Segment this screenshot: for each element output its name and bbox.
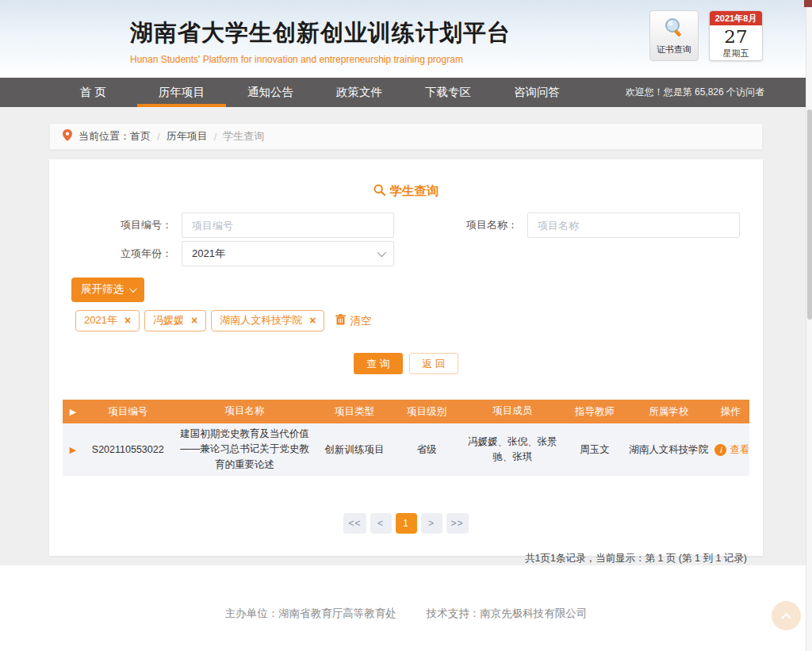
year-label: 立项年份： [63, 247, 182, 261]
tag-label: 冯媛媛 [153, 313, 184, 327]
brand: 湖南省大学生创新创业训练计划平台 Hunan Students' Platfor… [130, 17, 511, 65]
calendar-weekday: 星期五 [710, 48, 762, 59]
nav-item-label: 通知公告 [247, 86, 293, 98]
row-expand-icon[interactable]: ▶ [63, 444, 83, 455]
col-project-no: 项目编号 [83, 405, 173, 419]
project-no-input[interactable] [182, 213, 394, 238]
nav-item-label: 首 页 [79, 86, 105, 98]
row-project-no: S202110553022 [83, 444, 173, 455]
section-title-text: 学生查询 [390, 183, 439, 200]
nav-item-label: 政策文件 [336, 86, 382, 98]
year-select-value: 2021年 [192, 247, 225, 261]
visitor-counter: 欢迎您！您是第 65,826 个访问者 [626, 78, 812, 107]
breadcrumb-section[interactable]: 历年项目 [167, 129, 208, 144]
view-button[interactable]: i 查看 [714, 443, 749, 457]
nav-item-label: 下载专区 [425, 86, 471, 98]
col-members: 项目成员 [461, 404, 564, 419]
cert-button-label: 证书查询 [657, 44, 691, 56]
site-header: 湖南省大学生创新创业训练计划平台 Hunan Students' Platfor… [0, 0, 812, 78]
expand-all-icon[interactable]: ▶ [63, 406, 83, 417]
row-members: 冯媛媛、张倪、张景驰、张琪 [461, 435, 564, 465]
expand-filter-label: 展开筛选 [81, 282, 124, 297]
back-to-top-button[interactable] [772, 601, 801, 630]
col-advisor: 指导教师 [564, 405, 626, 419]
breadcrumb-home[interactable]: 当前位置：首页 [79, 129, 151, 144]
trash-icon [335, 314, 346, 327]
chevron-up-icon [781, 613, 791, 623]
filter-tag-student[interactable]: 冯媛媛 × [144, 310, 206, 331]
site-subtitle: Hunan Students' Platform for innovation … [130, 54, 511, 65]
form-row-2: 立项年份： 2021年 [63, 241, 749, 266]
location-pin-icon [63, 129, 72, 144]
view-label: 查看 [730, 443, 749, 457]
breadcrumb-current: 学生查询 [223, 129, 264, 144]
page-last-button[interactable]: >> [446, 513, 469, 534]
breadcrumb-separator: / [157, 131, 160, 143]
search-panel: 学生查询 项目编号： 项目名称： 立项年份： 2021年 展开筛选 [49, 159, 763, 556]
nav-item-policies[interactable]: 政策文件 [315, 78, 404, 107]
main-nav: 首 页 历年项目 通知公告 政策文件 下载专区 咨询问答 欢迎您！您是第 65,… [0, 78, 812, 107]
col-project-level: 项目级别 [393, 405, 462, 419]
close-icon[interactable]: × [191, 315, 197, 326]
nav-item-downloads[interactable]: 下载专区 [404, 78, 492, 107]
footer-tech: 技术支持：南京先极科技有限公司 [427, 607, 588, 621]
page-body: 当前位置：首页 / 历年项目 / 学生查询 学生查询 项目编号： 项目名称： 立… [0, 107, 812, 565]
table-row: ▶ S202110553022 建国初期党史教育及当代价值——兼论习总书记关于党… [63, 423, 749, 476]
header-widgets: 证书查询 2021年8月 27 星期五 [649, 10, 763, 61]
col-project-type: 项目类型 [316, 405, 392, 419]
year-select[interactable]: 2021年 [182, 241, 394, 266]
nav-item-notices[interactable]: 通知公告 [226, 78, 315, 107]
filter-tags: 2021年 × 冯媛媛 × 湖南人文科技学院 × 清空 [75, 310, 749, 331]
calendar-widget: 2021年8月 27 星期五 [709, 10, 763, 61]
calendar-month: 2021年8月 [710, 11, 762, 25]
scrollbar-track[interactable] [806, 0, 812, 651]
nav-item-label: 咨询问答 [514, 86, 560, 98]
scrollbar-thumb[interactable] [807, 109, 812, 320]
row-project-type: 创新训练项目 [316, 443, 392, 457]
chevron-down-icon [377, 248, 386, 257]
footer-text: 主办单位：湖南省教育厅高等教育处 技术支持：南京先极科技有限公司 [0, 565, 812, 621]
project-no-label: 项目编号： [63, 218, 182, 232]
close-icon[interactable]: × [124, 315, 131, 326]
certificate-query-button[interactable]: 证书查询 [649, 10, 699, 61]
nav-item-label: 历年项目 [159, 86, 205, 98]
page-first-button[interactable]: << [343, 513, 366, 534]
footer-host: 主办单位：湖南省教育厅高等教育处 [225, 607, 396, 621]
cert-search-icon [663, 17, 685, 42]
query-button[interactable]: 查 询 [354, 353, 403, 374]
expand-filter-button[interactable]: 展开筛选 [71, 278, 144, 302]
back-button[interactable]: 返 回 [409, 353, 458, 374]
breadcrumb-separator: / [214, 131, 217, 143]
row-action-cell: i 查看 [711, 443, 749, 457]
page-number-current[interactable]: 1 [396, 513, 417, 534]
filter-tag-year[interactable]: 2021年 × [75, 310, 140, 331]
section-title: 学生查询 [63, 183, 749, 200]
row-school: 湖南人文科技学院 [626, 443, 711, 457]
row-project-name: 建国初期党史教育及当代价值——兼论习总书记关于党史教育的重要论述 [173, 427, 317, 473]
close-icon[interactable]: × [309, 315, 316, 326]
row-project-level: 省级 [393, 443, 462, 457]
filter-tag-school[interactable]: 湖南人文科技学院 × [211, 310, 324, 331]
project-name-label: 项目名称： [394, 218, 527, 232]
nav-item-home[interactable]: 首 页 [48, 78, 137, 107]
scrollbar-top-cap [804, 0, 812, 7]
search-icon [373, 184, 385, 199]
nav-item-qa[interactable]: 咨询问答 [492, 78, 581, 107]
col-school: 所属学校 [626, 405, 711, 419]
site-footer: 主办单位：湖南省教育厅高等教育处 技术支持：南京先极科技有限公司 [0, 565, 812, 651]
results-table: ▶ 项目编号 项目名称 项目类型 项目级别 项目成员 指导教师 所属学校 操作 … [63, 400, 749, 476]
row-advisor: 周玉文 [564, 443, 626, 457]
clear-label: 清空 [350, 314, 371, 328]
calendar-day: 27 [710, 25, 762, 48]
clear-filters-button[interactable]: 清空 [335, 314, 371, 328]
project-name-input[interactable] [527, 213, 740, 238]
table-header-row: ▶ 项目编号 项目名称 项目类型 项目级别 项目成员 指导教师 所属学校 操作 [63, 400, 749, 423]
pagination: << < 1 > >> [63, 513, 749, 534]
page-prev-button[interactable]: < [370, 513, 392, 534]
col-action: 操作 [711, 405, 749, 419]
form-actions: 查 询 返 回 [63, 353, 749, 374]
page-next-button[interactable]: > [421, 513, 442, 534]
tag-label: 2021年 [84, 313, 117, 327]
nav-item-past-projects[interactable]: 历年项目 [137, 78, 226, 107]
site-title: 湖南省大学生创新创业训练计划平台 [130, 17, 511, 49]
